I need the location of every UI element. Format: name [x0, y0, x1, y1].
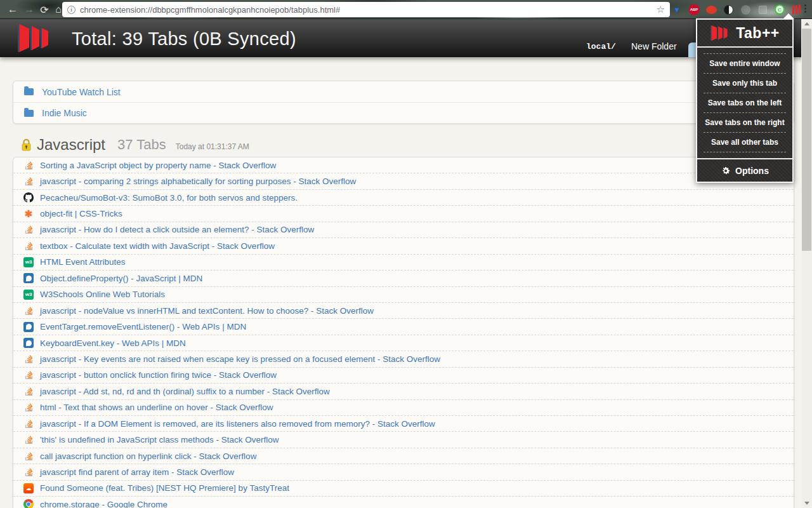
folders-card: YouTube Watch ListIndie Music	[13, 81, 794, 124]
stackoverflow-favicon-icon	[23, 225, 34, 235]
popup-header: Tab++	[697, 20, 792, 48]
forward-icon[interactable]: →	[22, 2, 37, 17]
tab-row[interactable]: textbox - Calculate text width with Java…	[13, 238, 794, 254]
tab-row[interactable]: 'this' is undefined in JavaScript class …	[13, 432, 794, 448]
tab-row[interactable]: javascript - nodeValue vs innerHTML and …	[13, 303, 794, 319]
scrollbar-up-icon[interactable]	[804, 22, 809, 25]
stackoverflow-favicon-icon	[23, 370, 34, 380]
half-circle-extension-icon	[724, 5, 733, 15]
tab-title: Found Someone (feat. Tribes) [NEST HQ Pr…	[40, 483, 289, 493]
tab-row[interactable]: KeyboardEvent.key - Web APIs | MDN	[13, 335, 794, 351]
page-info-icon[interactable]: i	[67, 6, 75, 14]
folder-icon	[24, 110, 34, 117]
local-breadcrumb[interactable]: local/	[586, 42, 616, 51]
half-circle-extension-icon[interactable]	[723, 4, 734, 15]
dim-square-extension-icon[interactable]	[757, 4, 768, 15]
chrome-favicon-icon	[23, 499, 34, 508]
browser-toolbar: ← → ⟳ ⌂ i chrome-extension://dbbpcgmffhm…	[0, 0, 812, 19]
stackoverflow-favicon-icon	[23, 305, 34, 316]
popup-item-save-tabs-on-the-right[interactable]: Save tabs on the right	[704, 112, 786, 132]
tab-title: html - Text that shows an underline on h…	[40, 403, 273, 412]
blue-pin-extension-icon[interactable]: ▼	[671, 4, 683, 15]
popup-pointer	[783, 13, 794, 19]
tab-row[interactable]: javascript - Key events are not raised w…	[13, 351, 794, 367]
tab-row[interactable]: call javascript function on hyperlink cl…	[13, 448, 794, 464]
stackoverflow-favicon-icon	[23, 354, 34, 364]
options-button[interactable]: Options	[697, 158, 792, 182]
tab-title: javascript find parent of array item - S…	[40, 467, 234, 477]
tab-row[interactable]: javascript find parent of array item - S…	[13, 464, 794, 480]
stackoverflow-favicon-icon	[23, 403, 34, 413]
folder-name: Indie Music	[42, 108, 87, 118]
adblock-plus-icon: ABP	[689, 4, 700, 15]
tab-title: Object.defineProperty() - JavaScript | M…	[40, 274, 202, 283]
reload-icon[interactable]: ⟳	[37, 2, 52, 17]
tab-row[interactable]: javascript - comparing 2 strings alphabe…	[13, 173, 794, 189]
stackoverflow-favicon-icon	[23, 467, 34, 478]
new-folder-button[interactable]: New Folder	[631, 41, 677, 51]
back-icon[interactable]: ←	[5, 2, 20, 17]
popup-menu: Save entire windowSave only this tabSave…	[697, 48, 792, 158]
popup-item-save-entire-window[interactable]: Save entire window	[704, 53, 786, 73]
tab-title: 'this' is undefined in JavaScript class …	[40, 435, 279, 444]
url-text: chrome-extension://dbbpcgmffhmolonalcgkp…	[80, 5, 653, 15]
tab-title: Sorting a JavaScript object by property …	[40, 161, 276, 170]
folder-row[interactable]: YouTube Watch List	[13, 81, 794, 102]
scrollbar-down-icon[interactable]	[804, 502, 809, 505]
tab-row[interactable]: ✱object-fit | CSS-Tricks	[13, 206, 794, 222]
tab-title: javascript - button onclick function fir…	[40, 370, 277, 380]
soundcloud-favicon-icon: ☁	[23, 483, 34, 493]
browser-menu-icon[interactable]	[803, 4, 807, 15]
popup-item-save-only-this-tab[interactable]: Save only this tab	[704, 73, 786, 93]
stackoverflow-favicon-icon	[23, 435, 34, 445]
tab-row[interactable]: javascript - Add st, nd, rd and th (ordi…	[13, 384, 794, 399]
section-name: Javascript	[37, 136, 105, 154]
tab-row[interactable]: ☁Found Someone (feat. Tribes) [NEST HQ P…	[13, 481, 794, 497]
gear-icon	[721, 166, 731, 176]
popup-item-save-all-other-tabs[interactable]: Save all other tabs	[704, 132, 786, 152]
dim-extension-icon[interactable]	[740, 4, 751, 15]
mdn-favicon-icon	[23, 338, 34, 348]
tab-title: EventTarget.removeEventListener() - Web …	[40, 322, 246, 331]
stackoverflow-favicon-icon	[23, 241, 34, 251]
stackoverflow-favicon-icon	[23, 451, 34, 461]
tab-row[interactable]: javascript - If a DOM Element is removed…	[13, 416, 794, 432]
tab-row[interactable]: chrome.storage - Google Chrome	[13, 497, 794, 508]
stackoverflow-favicon-icon	[23, 177, 34, 187]
scrollbar-thumb[interactable]	[802, 29, 811, 251]
tab-title: javascript - Key events are not raised w…	[40, 354, 440, 364]
stackoverflow-favicon-icon	[23, 386, 34, 396]
tab-row[interactable]: Object.defineProperty() - JavaScript | M…	[13, 271, 794, 286]
tab-row[interactable]: html - Text that shows an underline on h…	[13, 400, 794, 416]
folder-row[interactable]: Indie Music	[13, 102, 794, 123]
page-scrollbar[interactable]	[801, 19, 812, 508]
options-label: Options	[735, 166, 769, 176]
tab-row[interactable]: javascript - button onclick function fir…	[13, 368, 794, 384]
section-tab-count: 37 Tabs	[117, 137, 166, 153]
tabpp-logo-icon	[710, 25, 730, 41]
address-bar[interactable]: i chrome-extension://dbbpcgmffhmolonalcg…	[62, 2, 670, 17]
tab-title: javascript - If a DOM Element is removed…	[40, 419, 435, 429]
bookmark-star-icon[interactable]: ☆	[657, 4, 665, 15]
tab-title: HTML Event Attributes	[40, 257, 126, 267]
adblock-plus-icon[interactable]: ABP	[688, 4, 700, 15]
tab-row[interactable]: Sorting a JavaScript object by property …	[13, 157, 794, 173]
tab-row[interactable]: Pecacheu/SumoBot-v3: SumoBot 3.0, for bo…	[13, 190, 794, 206]
tab-row[interactable]: javascript - How do I detect a click out…	[13, 222, 794, 238]
tab-row[interactable]: EventTarget.removeEventListener() - Web …	[13, 319, 794, 335]
tab-title: W3Schools Online Web Tutorials	[40, 290, 165, 299]
tab-title: textbox - Calculate text width with Java…	[40, 241, 275, 251]
dim-extension-icon	[741, 5, 750, 15]
red-dot-extension-icon[interactable]	[705, 4, 717, 15]
popup-item-save-tabs-on-the-left[interactable]: Save tabs on the left	[704, 93, 786, 112]
tab-row[interactable]: w3W3Schools Online Web Tutorials	[13, 287, 794, 303]
folder-name: YouTube Watch List	[42, 87, 121, 97]
mdn-favicon-icon	[23, 322, 34, 332]
lock-icon[interactable]	[22, 138, 31, 151]
stackoverflow-favicon-icon	[23, 160, 34, 170]
folder-icon	[24, 88, 34, 95]
tabpp-popup: Tab++ Save entire windowSave only this t…	[696, 18, 794, 183]
w3schools-favicon-icon: w3	[23, 290, 34, 300]
dim-square-extension-icon	[759, 6, 767, 14]
tab-row[interactable]: w3HTML Event Attributes	[13, 255, 794, 271]
